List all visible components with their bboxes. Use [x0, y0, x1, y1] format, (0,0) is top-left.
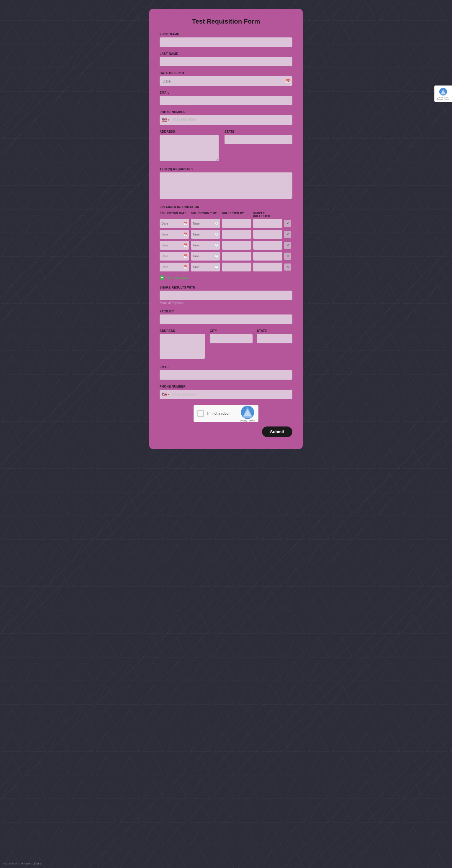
specimen-date-wrap-3: 📅	[160, 241, 189, 250]
facility-phone-input[interactable]	[172, 392, 290, 396]
phone-flag-selector[interactable]: 🇺🇸 ▼	[162, 118, 170, 122]
state-label: STATE	[225, 130, 292, 133]
specimen-delete-btn-2[interactable]: ✕	[284, 231, 291, 238]
facility-flag-dropdown-icon: ▼	[168, 393, 170, 396]
pattern-library-link[interactable]: The Pattern Library	[18, 862, 41, 865]
phone-group: PHONE NUMBER 🇺🇸 ▼	[160, 111, 292, 125]
dob-date-wrap: 📅	[160, 76, 292, 86]
submit-button[interactable]: Submit	[262, 427, 292, 437]
col-header-collected-by: COLLECTED BY	[222, 212, 251, 218]
recaptcha-floating-badge: reCAPTCHAPrivacy - Terms	[434, 86, 452, 102]
specimen-time-input-1[interactable]	[191, 219, 220, 228]
facility-city-input[interactable]	[210, 334, 253, 343]
facility-city-label: CITY	[210, 329, 253, 333]
tests-requested-textarea[interactable]	[160, 173, 292, 199]
phone-label: PHONE NUMBER	[160, 111, 292, 114]
specimen-section-label: SPECIMEN INFORMATION	[160, 206, 292, 209]
specimen-time-input-3[interactable]	[191, 241, 220, 250]
share-results-input[interactable]	[160, 290, 292, 300]
specimen-row: 📅 🕑 ✕	[160, 241, 292, 250]
last-name-input[interactable]	[160, 57, 292, 66]
dob-input[interactable]	[160, 76, 292, 86]
address-textarea[interactable]	[160, 135, 219, 161]
share-results-label: SHARE RESULTS WITH	[160, 286, 292, 289]
form-title: Test Requisition Form	[160, 18, 292, 25]
specimen-collected-by-1[interactable]	[222, 219, 251, 228]
facility-city-col: CITY	[210, 329, 253, 366]
specimen-time-wrap-3: 🕑	[191, 241, 220, 250]
share-results-section: SHARE RESULTS WITH Name of Physician	[160, 286, 292, 305]
facility-group: FACILITY	[160, 310, 292, 324]
facility-address-group: ADDRESS	[160, 329, 205, 360]
share-results-group: SHARE RESULTS WITH Name of Physician	[160, 286, 292, 305]
specimen-row: 📅 🕑 ✕	[160, 219, 292, 228]
facility-phone-flag-selector[interactable]: 🇺🇸 ▼	[162, 392, 170, 397]
specimen-date-input-2[interactable]	[160, 230, 189, 239]
specimen-delete-btn-5[interactable]: ✕	[284, 264, 291, 271]
facility-address-col: ADDRESS	[160, 329, 205, 366]
specimen-time-wrap-2: 🕑	[191, 230, 220, 239]
recaptcha-logo-icon-inline	[241, 405, 255, 420]
email-label: EMAIL	[160, 91, 292, 94]
last-name-label: LAST NAME	[160, 52, 292, 55]
recaptcha-box[interactable]: I'm not a robot Privacy - Terms	[194, 405, 258, 422]
tests-requested-label: TEST(S) REQUESTED	[160, 168, 292, 171]
specimen-headers: COLLECTION DATE COLLECTION TIME COLLECTE…	[160, 212, 292, 218]
specimen-time-wrap-1: 🕑	[191, 219, 220, 228]
specimen-date-input-1[interactable]	[160, 219, 189, 228]
specimen-sample-4[interactable]	[253, 252, 283, 260]
facility-email-label: EMAIL	[160, 366, 292, 369]
specimen-date-input-4[interactable]	[160, 252, 189, 260]
specimen-date-input-5[interactable]	[160, 262, 189, 272]
specimen-delete-btn-1[interactable]: ✕	[284, 220, 291, 227]
specimen-collected-by-2[interactable]	[222, 230, 251, 239]
col-header-time: COLLECTION TIME	[191, 212, 220, 218]
recaptcha-logo-wrap: Privacy - Terms	[241, 405, 255, 422]
specimen-date-wrap-4: 📅	[160, 252, 189, 260]
email-input[interactable]	[160, 96, 292, 105]
facility-state-group: STATE	[257, 329, 292, 343]
facility-us-flag-icon: 🇺🇸	[162, 392, 167, 397]
specimen-collected-by-3[interactable]	[222, 241, 251, 250]
facility-phone-label: PHONE NUMBER	[160, 385, 292, 388]
state-group: STATE	[225, 130, 292, 144]
add-row-label: Add a new row...	[166, 276, 190, 279]
first-name-label: FIRST NAME	[160, 33, 292, 36]
phone-number-input[interactable]	[172, 118, 290, 122]
recaptcha-label: I'm not a robot	[207, 411, 237, 415]
specimen-delete-btn-4[interactable]: ✕	[284, 253, 291, 260]
facility-addr-city-state-row: ADDRESS CITY STATE	[160, 329, 292, 366]
first-name-input[interactable]	[160, 37, 292, 47]
state-input[interactable]	[225, 135, 292, 144]
specimen-date-wrap-2: 📅	[160, 230, 189, 239]
facility-state-label: STATE	[257, 329, 292, 333]
facility-state-col: STATE	[257, 329, 292, 366]
specimen-time-input-5[interactable]	[191, 262, 220, 272]
facility-label: FACILITY	[160, 310, 292, 313]
specimen-sample-2[interactable]	[253, 230, 283, 239]
facility-email-input[interactable]	[160, 370, 292, 380]
add-specimen-row-button[interactable]: + Add a new row...	[160, 275, 190, 281]
specimen-collected-by-5[interactable]	[222, 262, 251, 272]
dob-group: DATE OF BIRTH 📅	[160, 72, 292, 86]
specimen-sample-5[interactable]	[253, 262, 283, 272]
specimen-row: 📅 🕑 ✕	[160, 262, 292, 272]
pattern-credit: Pattern from The Pattern Library	[3, 862, 41, 865]
us-flag-icon: 🇺🇸	[162, 118, 167, 122]
address-group: ADDRESS	[160, 130, 219, 162]
facility-state-input[interactable]	[257, 334, 292, 343]
email-group: EMAIL	[160, 91, 292, 105]
specimen-row: 📅 🕑 ✕	[160, 252, 292, 260]
specimen-sample-1[interactable]	[253, 219, 283, 228]
specimen-row: 📅 🕑 ✕	[160, 230, 292, 239]
specimen-time-input-2[interactable]	[191, 230, 220, 239]
facility-input[interactable]	[160, 314, 292, 324]
specimen-time-input-4[interactable]	[191, 252, 220, 260]
address-col: ADDRESS	[160, 130, 219, 168]
specimen-sample-3[interactable]	[253, 241, 283, 250]
specimen-delete-btn-3[interactable]: ✕	[284, 242, 291, 249]
recaptcha-checkbox[interactable]	[197, 410, 204, 417]
specimen-date-input-3[interactable]	[160, 241, 189, 250]
facility-address-textarea[interactable]	[160, 334, 205, 359]
specimen-collected-by-4[interactable]	[222, 252, 251, 260]
